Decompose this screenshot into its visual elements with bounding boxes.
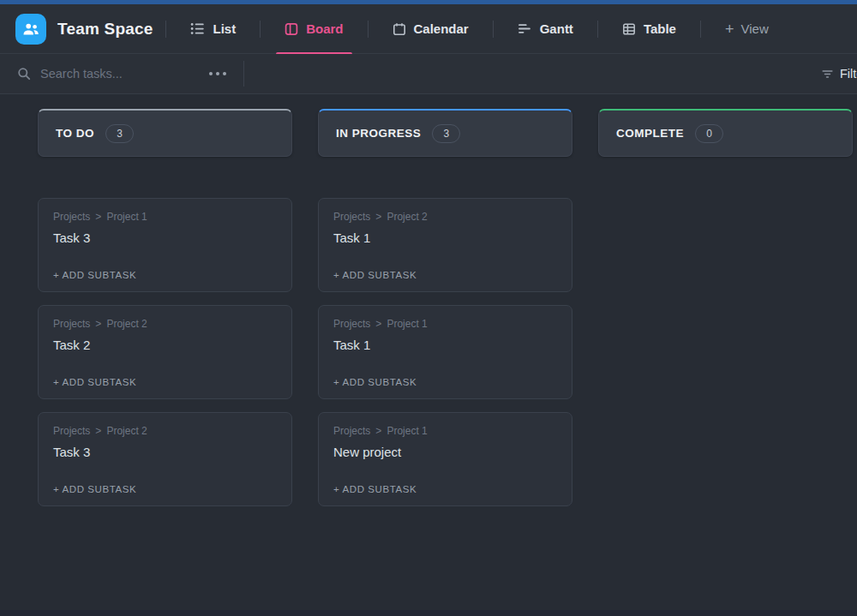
divider xyxy=(260,21,261,38)
add-subtask-button[interactable]: + ADD SUBTASK xyxy=(53,484,277,494)
breadcrumb-leaf[interactable]: Project 2 xyxy=(106,425,147,437)
task-count-badge: 3 xyxy=(105,124,134,143)
column-complete: COMPLETE 0 xyxy=(598,109,853,562)
column-header[interactable]: TO DO 3 xyxy=(38,109,292,157)
column-name: COMPLETE xyxy=(616,127,684,140)
tab-list-label: List xyxy=(213,21,236,36)
workspace-avatar[interactable] xyxy=(15,14,46,45)
breadcrumb-root[interactable]: Projects xyxy=(333,425,370,437)
breadcrumb: Projects > Project 2 xyxy=(53,318,277,330)
list-icon xyxy=(190,21,205,36)
breadcrumb-leaf[interactable]: Project 2 xyxy=(387,211,427,223)
task-title[interactable]: Task 3 xyxy=(53,445,277,459)
search-box[interactable] xyxy=(17,67,204,81)
card-list: Projects > Project 2 Task 1 + ADD SUBTAS… xyxy=(318,198,572,506)
add-subtask-button[interactable]: + ADD SUBTASK xyxy=(333,377,557,387)
breadcrumb-leaf[interactable]: Project 2 xyxy=(106,318,147,330)
chevron-right-icon: > xyxy=(375,425,381,437)
divider xyxy=(368,21,369,38)
card-list: Projects > Project 1 Task 3 + ADD SUBTAS… xyxy=(38,198,292,506)
gantt-icon xyxy=(518,21,532,36)
task-card[interactable]: Projects > Project 2 Task 1 + ADD SUBTAS… xyxy=(318,198,572,292)
chevron-right-icon: > xyxy=(95,318,101,330)
breadcrumb: Projects > Project 2 xyxy=(333,211,557,223)
add-view-button[interactable]: + View xyxy=(717,4,776,53)
search-input[interactable] xyxy=(40,67,186,81)
tab-gantt-label: Gantt xyxy=(540,21,573,36)
column-header[interactable]: COMPLETE 0 xyxy=(598,109,853,157)
task-card[interactable]: Projects > Project 2 Task 3 + ADD SUBTAS… xyxy=(38,412,292,506)
breadcrumb-root[interactable]: Projects xyxy=(53,211,90,223)
ellipsis-icon xyxy=(216,72,219,75)
tab-table-label: Table xyxy=(644,21,676,36)
divider xyxy=(700,21,701,38)
chevron-right-icon: > xyxy=(375,211,381,223)
table-icon xyxy=(622,22,636,36)
breadcrumb: Projects > Project 2 xyxy=(53,425,277,437)
add-subtask-button[interactable]: + ADD SUBTASK xyxy=(53,270,277,280)
task-card[interactable]: Projects > Project 1 New project + ADD S… xyxy=(318,412,572,506)
people-icon xyxy=(21,20,40,39)
task-title[interactable]: New project xyxy=(333,445,557,459)
add-subtask-button[interactable]: + ADD SUBTASK xyxy=(333,484,557,494)
filters-button[interactable]: Filters xyxy=(821,54,857,93)
breadcrumb: Projects > Project 1 xyxy=(53,211,277,223)
workspace-title: Team Space xyxy=(57,20,153,39)
breadcrumb-leaf[interactable]: Project 1 xyxy=(387,425,427,437)
breadcrumb: Projects > Project 1 xyxy=(333,318,557,330)
header-bar: Team Space List Board xyxy=(0,4,857,54)
task-count-badge: 0 xyxy=(695,124,723,143)
search-icon xyxy=(17,67,31,81)
plus-icon: + xyxy=(725,21,734,37)
tab-list[interactable]: List xyxy=(183,4,243,53)
column-header[interactable]: IN PROGRESS 3 xyxy=(318,109,572,157)
breadcrumb-root[interactable]: Projects xyxy=(333,318,370,330)
column-name: TO DO xyxy=(56,127,94,140)
filters-label: Filters xyxy=(840,67,857,81)
task-card[interactable]: Projects > Project 1 Task 1 + ADD SUBTAS… xyxy=(318,305,572,399)
column-name: IN PROGRESS xyxy=(336,127,421,140)
divider xyxy=(165,21,166,38)
chevron-right-icon: > xyxy=(95,211,101,223)
board-view: TO DO 3 Projects > Project 1 Task 3 + AD… xyxy=(0,94,857,562)
breadcrumb-root[interactable]: Projects xyxy=(53,318,90,330)
task-card[interactable]: Projects > Project 1 Task 3 + ADD SUBTAS… xyxy=(38,198,292,292)
breadcrumb-leaf[interactable]: Project 1 xyxy=(387,318,427,330)
window-bottom-bar xyxy=(0,610,857,616)
chevron-right-icon: > xyxy=(95,425,101,437)
task-count-badge: 3 xyxy=(432,124,460,143)
tab-calendar-label: Calendar xyxy=(414,21,469,36)
column-to-do: TO DO 3 Projects > Project 1 Task 3 + AD… xyxy=(38,109,292,562)
add-subtask-button[interactable]: + ADD SUBTASK xyxy=(333,270,557,280)
ellipsis-icon xyxy=(223,72,226,75)
add-view-label: View xyxy=(740,21,768,36)
calendar-icon xyxy=(393,22,406,36)
tab-board-label: Board xyxy=(306,21,343,36)
ellipsis-icon xyxy=(209,72,213,75)
chevron-right-icon: > xyxy=(375,318,381,330)
tab-table[interactable]: Table xyxy=(614,4,684,53)
tab-calendar[interactable]: Calendar xyxy=(385,4,476,53)
board-icon xyxy=(285,22,298,36)
task-title[interactable]: Task 1 xyxy=(333,338,557,352)
task-title[interactable]: Task 2 xyxy=(53,338,277,352)
breadcrumb-root[interactable]: Projects xyxy=(333,211,370,223)
more-options-button[interactable] xyxy=(204,67,231,81)
task-title[interactable]: Task 3 xyxy=(53,230,277,245)
add-subtask-button[interactable]: + ADD SUBTASK xyxy=(53,377,277,387)
breadcrumb-leaf[interactable]: Project 1 xyxy=(106,211,147,223)
tab-gantt[interactable]: Gantt xyxy=(510,4,581,53)
divider xyxy=(597,21,598,38)
task-card[interactable]: Projects > Project 2 Task 2 + ADD SUBTAS… xyxy=(38,305,292,399)
breadcrumb-root[interactable]: Projects xyxy=(53,425,90,437)
column-in-progress: IN PROGRESS 3 Projects > Project 2 Task … xyxy=(318,109,572,562)
task-title[interactable]: Task 1 xyxy=(333,230,557,245)
divider xyxy=(243,61,244,87)
divider xyxy=(493,21,494,38)
toolbar: Filters xyxy=(0,54,857,94)
tab-board[interactable]: Board xyxy=(277,4,351,53)
breadcrumb: Projects > Project 1 xyxy=(333,425,557,437)
filter-icon xyxy=(821,68,834,81)
